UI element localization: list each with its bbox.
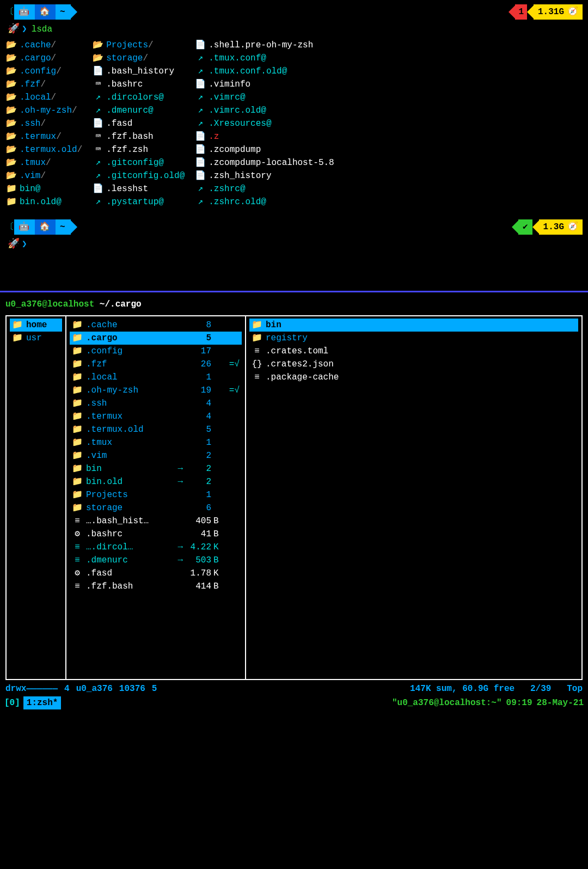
ls-item: 📄.zcompdump <box>194 143 334 156</box>
ls-item: 📂.termux/ <box>5 130 82 143</box>
ranger-item[interactable]: ≡.crates.toml <box>249 345 578 358</box>
file-size: 8 <box>185 319 211 332</box>
file-type-icon: ↗ <box>194 104 206 117</box>
tmux-session[interactable]: [0] <box>4 696 20 709</box>
file-name: .fzf.bash <box>86 580 185 593</box>
file-name: .ssh <box>86 397 185 410</box>
file-name: ….bash_hist… <box>86 515 185 528</box>
ranger-item[interactable]: ⚙.fasd1.78K <box>70 567 242 580</box>
tmux-title: "u0_a376@localhost:~" <box>392 696 502 709</box>
ranger-item[interactable]: 📁home <box>10 319 62 332</box>
ranger-item[interactable]: 📁.tmux1 <box>70 436 242 449</box>
file-type-icon: 📁 <box>72 384 83 397</box>
ls-item: ⌨.bashrc <box>92 78 185 91</box>
file-name: .vimrc.old <box>209 104 261 117</box>
file-type-icon: 📁 <box>72 358 83 371</box>
file-type-icon: 📁 <box>5 195 17 209</box>
file-suffix: / <box>148 39 154 52</box>
file-type-icon: ↗ <box>92 169 104 182</box>
prompt-line-1[interactable]: 〔 🤖 🏠 ~ 1 1.31G 🧭 <box>5 4 583 20</box>
ranger-item[interactable]: ≡….bash_hist…405B <box>70 515 242 528</box>
file-type-icon: 📁 <box>12 319 23 332</box>
file-suffix: / <box>72 104 77 117</box>
ranger-item[interactable]: 📁.ssh4 <box>70 397 242 410</box>
ls-column-1: 📂.cache/📂.cargo/📂.config/📂.fzf/📂.local/📂… <box>5 39 82 209</box>
ranger-item[interactable]: 📁storage6 <box>70 501 242 515</box>
ranger-item[interactable]: ≡.dmenurc→503B <box>70 554 242 567</box>
prompt-input-line[interactable]: 🚀 ❯ lsda <box>5 22 583 36</box>
command-input[interactable]: lsda <box>32 23 52 36</box>
ranger-item[interactable]: ⚙.bashrc41B <box>70 528 242 541</box>
ls-item: 📄.zsh_history <box>194 169 334 182</box>
file-type-icon: ⌨ <box>92 130 104 143</box>
file-size: 6 <box>185 501 211 515</box>
file-type-icon: ≡ <box>72 554 83 567</box>
powerline-arrow-left-icon <box>509 5 515 19</box>
ls-item: 📂.tmux/ <box>5 156 82 169</box>
ranger-item[interactable]: 📁bin.old→2 <box>70 475 242 488</box>
ranger-item[interactable]: 📁.vim2 <box>70 449 242 462</box>
symlink-arrow-icon: → <box>177 462 183 475</box>
tmux-time: 09:19 <box>506 696 532 709</box>
ranger-item[interactable]: 📁usr <box>10 332 62 345</box>
ls-item: ↗.dircolors@ <box>92 91 185 104</box>
file-name: .gitconfig.old <box>106 169 179 182</box>
ranger-item[interactable]: ≡….dircol…→4.22K <box>70 541 242 554</box>
file-type-icon: 📁 <box>72 397 83 410</box>
ls-item: 📄.shell.pre-oh-my-zsh <box>194 39 334 52</box>
ranger-item[interactable]: 📁.cargo5 <box>70 332 242 345</box>
ranger-item[interactable]: 📁.fzf26=√ <box>70 358 242 371</box>
ls-item: ↗.gitconfig.old@ <box>92 169 185 182</box>
ls-item: 📂.termux.old/ <box>5 143 82 156</box>
android-icon: 🤖 <box>14 219 35 235</box>
ranger-item[interactable]: 📁.cache8 <box>70 319 242 332</box>
file-type-icon: 📁 <box>252 332 262 345</box>
file-size: 1 <box>185 371 211 384</box>
ls-item: ↗.gitconfig@ <box>92 156 185 169</box>
ranger-parent-column[interactable]: 📁home📁usr <box>7 316 66 679</box>
file-name: .fzf.bash <box>106 130 153 143</box>
ls-item: ↗.vimrc.old@ <box>194 104 334 117</box>
ranger-item[interactable]: 📁.config17 <box>70 345 242 358</box>
file-suffix: @ <box>240 182 246 195</box>
size-unit: K <box>213 567 224 580</box>
file-name: .Xresources <box>209 117 266 130</box>
file-name: .dmenurc <box>86 554 175 567</box>
file-type-icon: 📁 <box>72 501 83 515</box>
ranger-item[interactable]: {}.crates2.json <box>249 358 578 371</box>
ranger-current-column[interactable]: 📁.cache8📁.cargo5📁.config17📁.fzf26=√📁.loc… <box>66 316 246 679</box>
tmux-window[interactable]: 1:zsh* <box>23 696 62 709</box>
file-name: .termux <box>20 130 56 143</box>
file-suffix: @ <box>148 104 154 117</box>
status-position: 2/39 <box>530 684 551 694</box>
size-unit: B <box>213 580 224 593</box>
ranger-item[interactable]: 📁.termux.old5 <box>70 423 242 436</box>
ranger-preview-column[interactable]: 📁bin📁registry≡.crates.toml{}.crates2.jso… <box>246 316 581 679</box>
file-type-icon: ↗ <box>194 65 206 78</box>
ranger-item[interactable]: 📁bin <box>249 319 578 332</box>
ranger-item[interactable]: 📁Projects1 <box>70 488 242 501</box>
ranger-item[interactable]: 📁.local1 <box>70 371 242 384</box>
status-count: 5 <box>152 682 157 695</box>
ranger-item[interactable]: ≡.package-cache <box>249 371 578 384</box>
tmux-status-bar[interactable]: [0] 1:zsh* "u0_a376@localhost:~" 09:19 2… <box>0 695 588 711</box>
prompt-input-line-2[interactable]: 🚀 ❯ <box>5 237 583 252</box>
ls-item: 📄.bash_history <box>92 65 185 78</box>
file-name: Projects <box>86 488 185 501</box>
file-type-icon: 📂 <box>5 117 17 130</box>
ranger-item[interactable]: 📁registry <box>249 332 578 345</box>
symlink-arrow-icon: → <box>177 541 183 554</box>
ls-output: 📂.cache/📂.cargo/📂.config/📂.fzf/📂.local/📂… <box>5 39 583 209</box>
size-unit: B <box>213 554 224 567</box>
powerline-arrow-left-icon <box>512 221 518 234</box>
ranger-item[interactable]: ≡.fzf.bash414B <box>70 580 242 593</box>
file-type-icon: 📂 <box>5 91 17 104</box>
file-type-icon: 📁 <box>72 410 83 423</box>
ls-item: 📂.vim/ <box>5 169 82 182</box>
file-type-icon: 📄 <box>92 182 104 195</box>
ranger-item[interactable]: 📁.oh-my-zsh19=√ <box>70 384 242 397</box>
prompt-line-2[interactable]: 〔 🤖 🏠 ~ ✔ 1.3G 🧭 <box>5 219 583 235</box>
file-type-icon: 📂 <box>92 39 104 52</box>
ranger-item[interactable]: 📁bin→2 <box>70 462 242 475</box>
ranger-item[interactable]: 📁.termux4 <box>70 410 242 423</box>
